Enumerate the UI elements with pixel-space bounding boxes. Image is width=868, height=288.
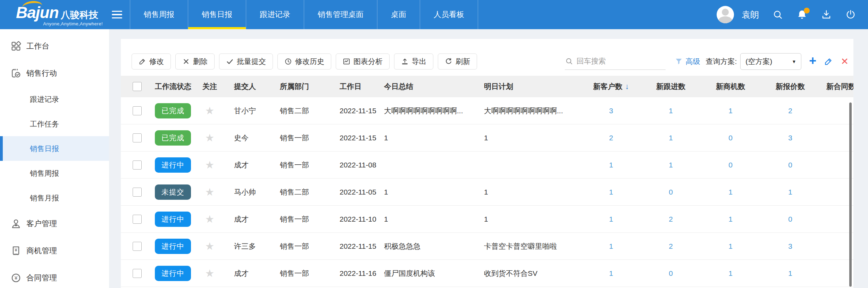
sidebar-item-1[interactable]: 工作台 — [0, 33, 109, 60]
new_opportunities-link[interactable]: 1 — [728, 215, 733, 223]
column-header-12[interactable]: 新合同数 — [820, 82, 853, 91]
new_followups-link[interactable]: 2 — [669, 215, 673, 223]
filter-funnel-icon[interactable] — [675, 57, 683, 66]
advanced-search-link[interactable]: 高级 — [686, 57, 700, 66]
table-row[interactable]: 已完成★甘小宁销售二部2022-11-15大啊啊啊啊啊啊啊啊啊...大啊啊啊啊啊… — [121, 97, 853, 124]
follow-star-icon[interactable]: ★ — [205, 186, 215, 198]
table-row[interactable]: 进行中★许三多销售一部2022-11-15积极急急急卡普空卡普空噼里啪啦1213 — [121, 233, 853, 260]
column-header-7[interactable]: 明日计划 — [477, 82, 581, 91]
column-header-2[interactable]: 关注 — [194, 82, 225, 91]
table-row[interactable]: 已完成★史今销售一部2022-11-15112103 — [121, 124, 853, 151]
delete-button[interactable]: 删除 — [175, 54, 215, 69]
column-header-11[interactable]: 新报价数 — [760, 82, 820, 91]
query-plan-select[interactable]: (空方案) ▼ — [740, 53, 801, 70]
sidebar-item-4[interactable]: 工作任务 — [0, 112, 109, 136]
vertical-scrollbar[interactable] — [849, 102, 852, 287]
new_customers-link[interactable]: 1 — [609, 161, 613, 169]
follow-star-icon[interactable]: ★ — [205, 132, 215, 144]
top-tab-1[interactable]: 销售周报 — [130, 0, 188, 29]
new_followups-link[interactable]: 1 — [669, 134, 673, 142]
table-row[interactable]: 未提交★马小帅销售二部2022-11-05111011 — [121, 179, 853, 206]
row-checkbox[interactable] — [133, 188, 142, 197]
history-button[interactable]: 修改历史 — [277, 54, 331, 69]
new_customers-link[interactable]: 1 — [609, 269, 613, 278]
delete-plan-button[interactable]: ✕ — [841, 56, 849, 67]
new_quotes-link[interactable]: 0 — [788, 161, 792, 169]
new_opportunities-link[interactable]: 1 — [728, 188, 733, 196]
row-checkbox[interactable] — [133, 106, 142, 115]
sidebar-item-3[interactable]: 跟进记录 — [0, 87, 109, 112]
column-header-5[interactable]: 工作日 — [329, 82, 380, 91]
sort-descending-icon[interactable]: ↓ — [625, 82, 629, 91]
new_customers-link[interactable]: 1 — [609, 242, 613, 250]
edit-button[interactable]: 修改 — [132, 54, 171, 69]
column-header-3[interactable]: 提交人 — [225, 82, 269, 91]
follow-star-icon[interactable]: ★ — [205, 159, 215, 171]
search-icon[interactable] — [772, 9, 783, 20]
new_quotes-link[interactable]: 0 — [788, 215, 792, 223]
search-box[interactable] — [565, 57, 666, 70]
column-header-6[interactable]: 今日总结 — [380, 82, 477, 91]
new_customers-link[interactable]: 1 — [609, 188, 613, 196]
add-plan-button[interactable]: + — [809, 55, 816, 67]
new_opportunities-link[interactable]: 0 — [728, 161, 733, 169]
new_quotes-link[interactable]: 3 — [788, 134, 792, 142]
user-name[interactable]: 袁朗 — [742, 9, 759, 20]
new_opportunities-link[interactable]: 1 — [728, 269, 733, 278]
table-row[interactable]: 进行中★成才销售一部2022-11-081100 — [121, 151, 853, 179]
column-header-1[interactable]: 工作流状态 — [142, 82, 194, 91]
download-icon[interactable] — [821, 9, 832, 20]
new_opportunities-link[interactable]: 1 — [728, 107, 733, 115]
new_customers-link[interactable]: 3 — [609, 107, 613, 115]
row-checkbox[interactable] — [133, 269, 142, 278]
top-tab-4[interactable]: 销售管理桌面 — [304, 0, 377, 29]
new_followups-link[interactable]: 1 — [669, 161, 673, 169]
top-tab-5[interactable]: 桌面 — [377, 0, 420, 29]
new_opportunities-link[interactable]: 0 — [728, 134, 733, 142]
sidebar-item-7[interactable]: 销售月报 — [0, 186, 109, 210]
follow-star-icon[interactable]: ★ — [205, 105, 215, 117]
sidebar-item-5[interactable]: 销售日报 — [0, 136, 109, 161]
row-checkbox[interactable] — [133, 161, 142, 170]
top-tab-3[interactable]: 跟进记录 — [246, 0, 304, 29]
follow-star-icon[interactable]: ★ — [205, 267, 215, 279]
export-button[interactable]: 导出 — [394, 54, 433, 69]
sidebar-item-2[interactable]: 销售行动 — [0, 60, 109, 87]
column-header-10[interactable]: 新商机数 — [701, 82, 760, 91]
new_quotes-link[interactable]: 3 — [788, 242, 792, 250]
notification-bell-icon[interactable] — [796, 9, 808, 20]
menu-toggle-icon[interactable] — [112, 11, 122, 19]
row-checkbox[interactable] — [133, 133, 142, 142]
top-tab-2[interactable]: 销售日报 — [188, 0, 246, 29]
table-row[interactable]: 进行中★成才销售一部2022-11-16僵尸国度机构该收到货不符合SV1011 — [121, 260, 853, 287]
new_opportunities-link[interactable]: 1 — [728, 242, 733, 250]
select-all-checkbox[interactable] — [133, 82, 142, 91]
top-tab-6[interactable]: 人员看板 — [420, 0, 478, 29]
new_quotes-link[interactable]: 1 — [788, 269, 792, 278]
check-button[interactable]: 批量提交 — [219, 54, 273, 69]
new_customers-link[interactable]: 1 — [609, 215, 613, 223]
new_followups-link[interactable]: 2 — [669, 242, 673, 250]
sidebar-item-10[interactable]: ¥合同管理 — [0, 264, 109, 288]
column-header-9[interactable]: 新跟进数 — [641, 82, 701, 91]
edit-plan-button[interactable] — [824, 57, 833, 66]
avatar[interactable] — [717, 6, 734, 23]
new_followups-link[interactable]: 0 — [669, 269, 673, 278]
follow-star-icon[interactable]: ★ — [205, 240, 215, 252]
row-checkbox[interactable] — [133, 242, 142, 251]
power-icon[interactable] — [845, 9, 856, 20]
new_followups-link[interactable]: 0 — [669, 188, 673, 196]
follow-star-icon[interactable]: ★ — [205, 213, 215, 225]
column-header-4[interactable]: 所属部门 — [269, 82, 329, 91]
table-row[interactable]: 进行中★成才销售一部2022-11-10111210 — [121, 206, 853, 233]
search-input[interactable] — [577, 57, 657, 65]
new_quotes-link[interactable]: 1 — [788, 188, 792, 196]
new_followups-link[interactable]: 1 — [669, 107, 673, 115]
sidebar-item-6[interactable]: 销售周报 — [0, 161, 109, 186]
new_quotes-link[interactable]: 2 — [788, 107, 792, 115]
sidebar-item-8[interactable]: 客户管理 — [0, 210, 109, 237]
column-header-8[interactable]: 新客户数↓ — [581, 82, 641, 91]
row-checkbox[interactable] — [133, 215, 142, 224]
sidebar-item-9[interactable]: ¥商机管理 — [0, 237, 109, 264]
refresh-button[interactable]: 刷新 — [438, 54, 477, 69]
